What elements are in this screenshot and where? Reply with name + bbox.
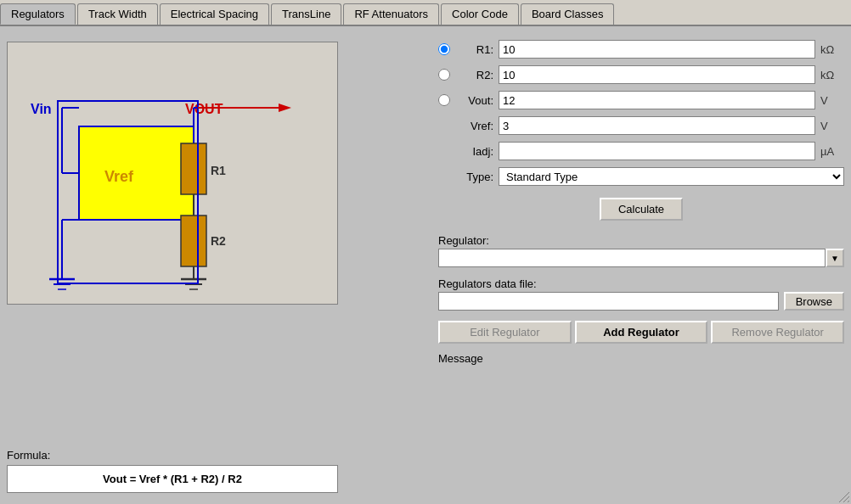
data-file-section: Regulators data file: Browse [438, 272, 844, 311]
formula-box: Vout = Vref * (R1 + R2) / R2 [7, 465, 338, 493]
vref-row: Vref: V [438, 116, 844, 135]
left-panel: Vin VOUT Vref R1 [7, 33, 431, 493]
svg-marker-3 [279, 104, 291, 112]
tab-bar: Regulators Track Width Electrical Spacin… [0, 0, 851, 26]
vout-radio[interactable] [438, 94, 450, 106]
main-content: Vin VOUT Vref R1 [0, 26, 851, 500]
r1-unit: kΩ [820, 43, 844, 56]
r1-row: R1: kΩ [438, 40, 844, 59]
svg-text:Vref: Vref [104, 168, 134, 185]
svg-text:R1: R1 [211, 164, 226, 177]
calculate-button[interactable]: Calculate [600, 198, 683, 221]
circuit-svg: Vin VOUT Vref R1 [15, 50, 330, 296]
svg-rect-14 [181, 216, 206, 266]
svg-text:Vin: Vin [31, 102, 52, 116]
vout-unit: V [820, 94, 844, 107]
iadj-unit: µA [820, 145, 844, 158]
tab-regulators[interactable]: Regulators [0, 3, 76, 25]
regulator-dropdown-button[interactable]: ▼ [826, 249, 844, 267]
r1-label: R1: [455, 43, 493, 56]
right-panel: R1: kΩ R2: kΩ Vout: V Vref: V Ia [438, 33, 844, 493]
data-file-input[interactable] [438, 292, 779, 311]
tab-rf-attenuators[interactable]: RF Attenuators [343, 3, 439, 25]
svg-text:VOUT: VOUT [185, 102, 223, 116]
tab-track-width[interactable]: Track Width [77, 3, 158, 25]
vref-unit: V [820, 120, 844, 132]
regulator-label: Regulator: [438, 234, 844, 247]
r2-label: R2: [455, 69, 493, 81]
type-row: Type: Standard Type [438, 167, 844, 186]
svg-text:R2: R2 [211, 234, 226, 248]
data-file-row: Browse [438, 292, 844, 311]
svg-rect-11 [181, 143, 206, 194]
tab-electrical-spacing[interactable]: Electrical Spacing [160, 3, 269, 25]
svg-line-29 [839, 492, 849, 502]
type-select[interactable]: Standard Type [499, 167, 844, 186]
svg-line-31 [848, 501, 849, 502]
vout-input[interactable] [499, 91, 815, 109]
r1-radio[interactable] [438, 43, 450, 55]
tab-board-classes[interactable]: Board Classes [521, 3, 615, 25]
svg-rect-4 [79, 126, 194, 220]
regulator-section: Regulator: ▼ [438, 231, 844, 267]
vref-input[interactable] [499, 116, 815, 135]
r2-input[interactable] [499, 65, 815, 84]
browse-button[interactable]: Browse [784, 292, 844, 311]
regulator-input[interactable] [438, 249, 826, 267]
vout-row: Vout: V [438, 91, 844, 109]
add-regulator-button[interactable]: Add Regulator [575, 321, 708, 344]
remove-regulator-button[interactable]: Remove Regulator [711, 321, 844, 344]
formula-section: Formula: Vout = Vref * (R1 + R2) / R2 [7, 449, 431, 493]
iadj-row: Iadj: µA [438, 142, 844, 160]
resize-handle[interactable] [837, 490, 849, 502]
action-buttons-row: Edit Regulator Add Regulator Remove Regu… [438, 321, 844, 344]
message-label: Message [438, 352, 844, 365]
iadj-label: Iadj: [455, 145, 493, 158]
formula-label: Formula: [7, 449, 431, 462]
vout-label: Vout: [455, 94, 493, 107]
tab-color-code[interactable]: Color Code [441, 3, 519, 25]
r1-input[interactable] [499, 40, 815, 59]
r2-row: R2: kΩ [438, 65, 844, 84]
circuit-diagram: Vin VOUT Vref R1 [7, 42, 338, 305]
calculate-row: Calculate [438, 193, 844, 226]
r2-radio[interactable] [438, 69, 450, 81]
r2-unit: kΩ [820, 69, 844, 81]
vref-label: Vref: [455, 120, 493, 132]
tab-transline[interactable]: TransLine [271, 3, 341, 25]
regulator-dropdown-row: ▼ [438, 249, 844, 267]
edit-regulator-button[interactable]: Edit Regulator [438, 321, 572, 344]
iadj-input[interactable] [499, 142, 815, 160]
data-file-label: Regulators data file: [438, 277, 844, 290]
type-label: Type: [455, 171, 493, 183]
